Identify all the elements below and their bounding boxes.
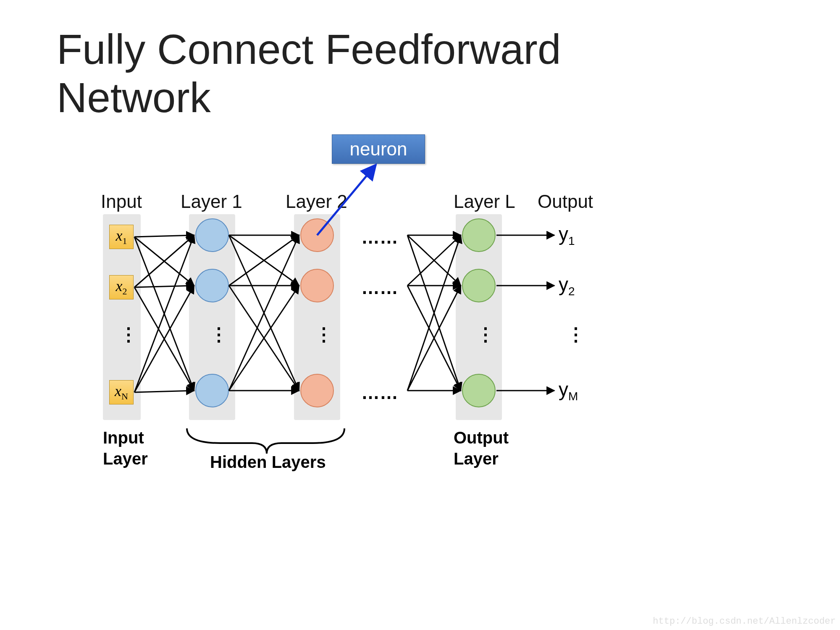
svg-line-16 xyxy=(229,235,299,391)
svg-line-7 xyxy=(134,235,194,392)
hdots-3: …… xyxy=(361,382,398,403)
svg-line-24 xyxy=(407,286,461,391)
svg-line-26 xyxy=(407,286,461,391)
label-output-layer-2: Layer xyxy=(454,449,499,468)
svg-line-4 xyxy=(134,235,194,287)
label-input: Input xyxy=(101,191,142,212)
l1-vdots: ⋮ xyxy=(208,323,229,346)
neuron-callout: neuron xyxy=(332,134,425,164)
svg-line-15 xyxy=(229,286,299,391)
title-line2: Network xyxy=(57,74,211,121)
svg-line-3 xyxy=(134,237,194,391)
neuron-l2-1 xyxy=(300,218,334,252)
lL-vdots: ⋮ xyxy=(475,323,496,346)
input-xN: xN xyxy=(109,380,134,404)
input-x2: x2 xyxy=(109,275,134,299)
l2-vdots: ⋮ xyxy=(313,323,334,346)
svg-line-21 xyxy=(407,235,461,391)
label-input-layer-2: Layer xyxy=(103,449,148,468)
input-x1: x1 xyxy=(109,225,134,249)
svg-line-17 xyxy=(229,286,299,391)
title-line1: Fully Connect Feedforward xyxy=(57,26,561,73)
svg-line-25 xyxy=(407,235,461,391)
svg-line-6 xyxy=(134,287,194,391)
neuron-l2-2 xyxy=(300,269,334,302)
neuron-l1-3 xyxy=(195,374,229,407)
watermark: http://blog.csdn.net/Allenlzcoder xyxy=(653,616,836,627)
svg-line-5 xyxy=(134,286,194,287)
svg-line-2 xyxy=(134,237,194,286)
neuron-l1-1 xyxy=(195,218,229,252)
svg-line-20 xyxy=(407,235,461,286)
output-vdots: ⋮ xyxy=(565,323,586,346)
hdots-2: …… xyxy=(361,277,398,298)
slide-title: Fully Connect Feedforward Network xyxy=(57,25,561,122)
neuron-lL-3 xyxy=(462,374,496,407)
svg-line-1 xyxy=(134,235,194,237)
label-output-layer-1: Output xyxy=(454,428,509,447)
input-vdots: ⋮ xyxy=(118,323,139,346)
svg-line-22 xyxy=(407,235,461,286)
svg-line-9 xyxy=(134,391,194,392)
svg-line-11 xyxy=(229,235,299,286)
neuron-l1-2 xyxy=(195,269,229,302)
neuron-lL-1 xyxy=(462,218,496,252)
svg-line-13 xyxy=(229,235,299,286)
output-y1: y1 xyxy=(559,223,575,248)
label-output: Output xyxy=(538,191,593,212)
output-y2: y2 xyxy=(559,273,575,298)
neuron-l2-3 xyxy=(300,374,334,407)
svg-line-8 xyxy=(134,286,194,392)
hdots-1: …… xyxy=(361,227,398,248)
svg-line-12 xyxy=(229,235,299,391)
label-hidden: Hidden Layers xyxy=(210,453,326,472)
neuron-lL-2 xyxy=(462,269,496,302)
output-yM: yM xyxy=(559,378,578,403)
label-layerL: Layer L xyxy=(454,191,515,212)
label-layer1: Layer 1 xyxy=(181,191,242,212)
label-input-layer-1: Input xyxy=(103,428,144,447)
label-layer2: Layer 2 xyxy=(286,191,347,212)
